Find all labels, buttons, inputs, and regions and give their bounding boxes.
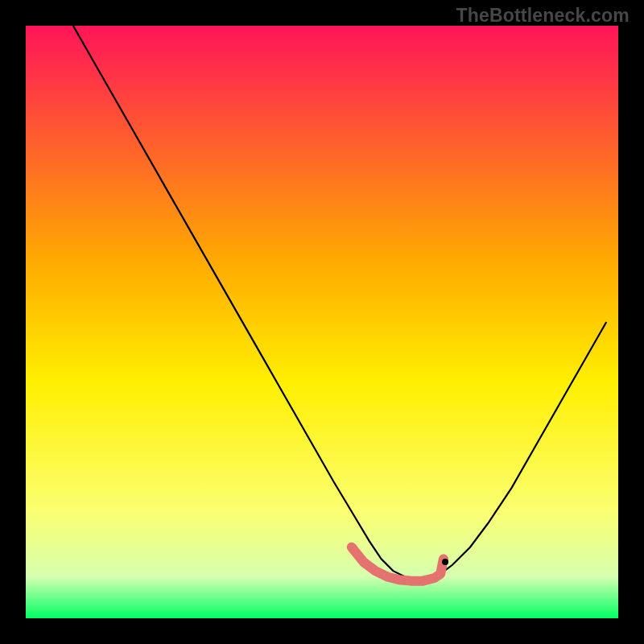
watermark-text: TheBottleneck.com bbox=[456, 5, 630, 27]
optimal-point-marker bbox=[442, 559, 448, 565]
chart-plot-area bbox=[26, 26, 618, 618]
chart-background bbox=[26, 26, 618, 618]
chart-svg bbox=[26, 26, 618, 618]
